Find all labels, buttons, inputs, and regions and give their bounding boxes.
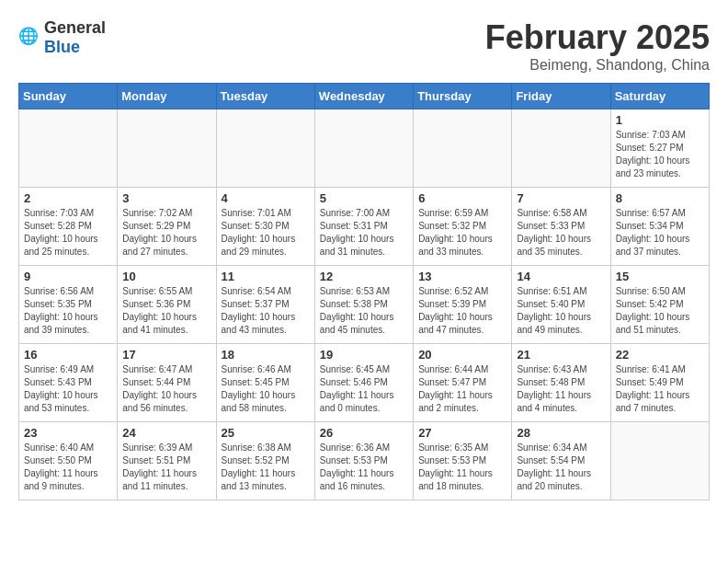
day-number: 23: [24, 426, 112, 440]
day-info: Sunrise: 6:52 AM Sunset: 5:39 PM Dayligh…: [418, 285, 506, 337]
calendar-cell: 6Sunrise: 6:59 AM Sunset: 5:32 PM Daylig…: [414, 188, 512, 266]
day-info: Sunrise: 6:45 AM Sunset: 5:46 PM Dayligh…: [320, 363, 408, 415]
day-info: Sunrise: 6:36 AM Sunset: 5:53 PM Dayligh…: [320, 442, 408, 493]
logo-icon: 🌐: [18, 27, 40, 49]
weekday-header-thursday: Thursday: [414, 84, 512, 109]
logo-general: General: [44, 18, 106, 37]
calendar-cell: [610, 422, 709, 500]
day-number: 3: [122, 191, 210, 205]
calendar-cell: [19, 109, 118, 188]
day-number: 25: [222, 426, 310, 440]
calendar-cell: 15Sunrise: 6:50 AM Sunset: 5:42 PM Dayli…: [610, 266, 709, 344]
day-info: Sunrise: 6:43 AM Sunset: 5:48 PM Dayligh…: [517, 363, 605, 415]
weekday-header-tuesday: Tuesday: [216, 84, 314, 109]
day-info: Sunrise: 7:01 AM Sunset: 5:30 PM Dayligh…: [222, 207, 310, 259]
day-info: Sunrise: 6:46 AM Sunset: 5:45 PM Dayligh…: [222, 363, 310, 415]
calendar-cell: [512, 109, 610, 188]
weekday-header-friday: Friday: [512, 84, 610, 109]
day-info: Sunrise: 6:47 AM Sunset: 5:44 PM Dayligh…: [122, 363, 210, 415]
day-number: 9: [24, 270, 112, 283]
day-info: Sunrise: 7:03 AM Sunset: 5:27 PM Dayligh…: [616, 129, 704, 180]
calendar-cell: 25Sunrise: 6:38 AM Sunset: 5:52 PM Dayli…: [216, 422, 314, 500]
day-number: 27: [418, 426, 506, 440]
day-number: 26: [320, 426, 408, 440]
day-number: 8: [616, 191, 704, 205]
day-info: Sunrise: 6:40 AM Sunset: 5:50 PM Dayligh…: [24, 442, 112, 493]
day-number: 12: [320, 270, 408, 283]
day-number: 28: [517, 426, 605, 440]
week-row-4: 16Sunrise: 6:49 AM Sunset: 5:43 PM Dayli…: [19, 344, 710, 422]
day-info: Sunrise: 6:57 AM Sunset: 5:34 PM Dayligh…: [616, 207, 704, 259]
calendar-cell: [414, 109, 512, 188]
day-number: 21: [517, 348, 605, 362]
day-info: Sunrise: 6:56 AM Sunset: 5:35 PM Dayligh…: [24, 285, 112, 337]
calendar-cell: [314, 109, 413, 188]
day-number: 5: [320, 191, 408, 205]
day-number: 11: [222, 270, 310, 283]
day-number: 22: [616, 348, 704, 362]
calendar-title: February 2025: [485, 18, 710, 57]
logo: 🌐 General Blue: [18, 18, 106, 57]
calendar-cell: 19Sunrise: 6:45 AM Sunset: 5:46 PM Dayli…: [314, 344, 413, 422]
weekday-header-monday: Monday: [118, 84, 216, 109]
calendar-cell: 24Sunrise: 6:39 AM Sunset: 5:51 PM Dayli…: [118, 422, 216, 500]
weekday-header-saturday: Saturday: [610, 84, 709, 109]
day-info: Sunrise: 6:59 AM Sunset: 5:32 PM Dayligh…: [418, 207, 506, 259]
title-section: February 2025 Beimeng, Shandong, China: [485, 18, 710, 74]
day-number: 4: [222, 191, 310, 205]
weekday-header-wednesday: Wednesday: [314, 84, 413, 109]
day-info: Sunrise: 6:38 AM Sunset: 5:52 PM Dayligh…: [222, 442, 310, 493]
day-number: 16: [24, 348, 112, 362]
day-info: Sunrise: 7:03 AM Sunset: 5:28 PM Dayligh…: [24, 207, 112, 259]
calendar-cell: 4Sunrise: 7:01 AM Sunset: 5:30 PM Daylig…: [216, 188, 314, 266]
day-number: 19: [320, 348, 408, 362]
day-number: 14: [517, 270, 605, 283]
header: 🌐 General Blue February 2025 Beimeng, Sh…: [18, 18, 710, 74]
calendar-cell: [216, 109, 314, 188]
day-number: 15: [616, 270, 704, 283]
calendar-cell: [118, 109, 216, 188]
weekday-header-sunday: Sunday: [19, 84, 118, 109]
calendar-cell: 20Sunrise: 6:44 AM Sunset: 5:47 PM Dayli…: [414, 344, 512, 422]
calendar-cell: 26Sunrise: 6:36 AM Sunset: 5:53 PM Dayli…: [314, 422, 413, 500]
day-number: 24: [122, 426, 210, 440]
calendar-cell: 9Sunrise: 6:56 AM Sunset: 5:35 PM Daylig…: [19, 266, 118, 344]
day-info: Sunrise: 6:41 AM Sunset: 5:49 PM Dayligh…: [616, 363, 704, 415]
day-number: 7: [517, 191, 605, 205]
logo-blue: Blue: [44, 38, 80, 56]
day-info: Sunrise: 6:34 AM Sunset: 5:54 PM Dayligh…: [517, 442, 605, 493]
calendar-subtitle: Beimeng, Shandong, China: [485, 57, 710, 74]
day-number: 10: [122, 270, 210, 283]
calendar-cell: 7Sunrise: 6:58 AM Sunset: 5:33 PM Daylig…: [512, 188, 610, 266]
calendar-cell: 10Sunrise: 6:55 AM Sunset: 5:36 PM Dayli…: [118, 266, 216, 344]
week-row-3: 9Sunrise: 6:56 AM Sunset: 5:35 PM Daylig…: [19, 266, 710, 344]
day-number: 1: [616, 113, 704, 127]
day-info: Sunrise: 6:50 AM Sunset: 5:42 PM Dayligh…: [616, 285, 704, 337]
day-number: 13: [418, 270, 506, 283]
week-row-5: 23Sunrise: 6:40 AM Sunset: 5:50 PM Dayli…: [19, 422, 710, 500]
day-info: Sunrise: 6:39 AM Sunset: 5:51 PM Dayligh…: [122, 442, 210, 493]
calendar-cell: 21Sunrise: 6:43 AM Sunset: 5:48 PM Dayli…: [512, 344, 610, 422]
day-number: 17: [122, 348, 210, 362]
day-info: Sunrise: 6:53 AM Sunset: 5:38 PM Dayligh…: [320, 285, 408, 337]
calendar-cell: 22Sunrise: 6:41 AM Sunset: 5:49 PM Dayli…: [610, 344, 709, 422]
calendar-cell: 13Sunrise: 6:52 AM Sunset: 5:39 PM Dayli…: [414, 266, 512, 344]
calendar-cell: 11Sunrise: 6:54 AM Sunset: 5:37 PM Dayli…: [216, 266, 314, 344]
day-number: 20: [418, 348, 506, 362]
day-info: Sunrise: 6:54 AM Sunset: 5:37 PM Dayligh…: [222, 285, 310, 337]
day-number: 2: [24, 191, 112, 205]
day-info: Sunrise: 6:51 AM Sunset: 5:40 PM Dayligh…: [517, 285, 605, 337]
week-row-2: 2Sunrise: 7:03 AM Sunset: 5:28 PM Daylig…: [19, 188, 710, 266]
day-info: Sunrise: 6:44 AM Sunset: 5:47 PM Dayligh…: [418, 363, 506, 415]
day-number: 18: [222, 348, 310, 362]
day-info: Sunrise: 7:00 AM Sunset: 5:31 PM Dayligh…: [320, 207, 408, 259]
calendar-cell: 12Sunrise: 6:53 AM Sunset: 5:38 PM Dayli…: [314, 266, 413, 344]
calendar-table: SundayMondayTuesdayWednesdayThursdayFrid…: [18, 83, 710, 500]
week-row-1: 1Sunrise: 7:03 AM Sunset: 5:27 PM Daylig…: [19, 109, 710, 188]
calendar-cell: 23Sunrise: 6:40 AM Sunset: 5:50 PM Dayli…: [19, 422, 118, 500]
day-number: 6: [418, 191, 506, 205]
calendar-cell: 5Sunrise: 7:00 AM Sunset: 5:31 PM Daylig…: [314, 188, 413, 266]
calendar-cell: 3Sunrise: 7:02 AM Sunset: 5:29 PM Daylig…: [118, 188, 216, 266]
calendar-cell: 1Sunrise: 7:03 AM Sunset: 5:27 PM Daylig…: [610, 109, 709, 188]
weekday-header-row: SundayMondayTuesdayWednesdayThursdayFrid…: [19, 84, 710, 109]
